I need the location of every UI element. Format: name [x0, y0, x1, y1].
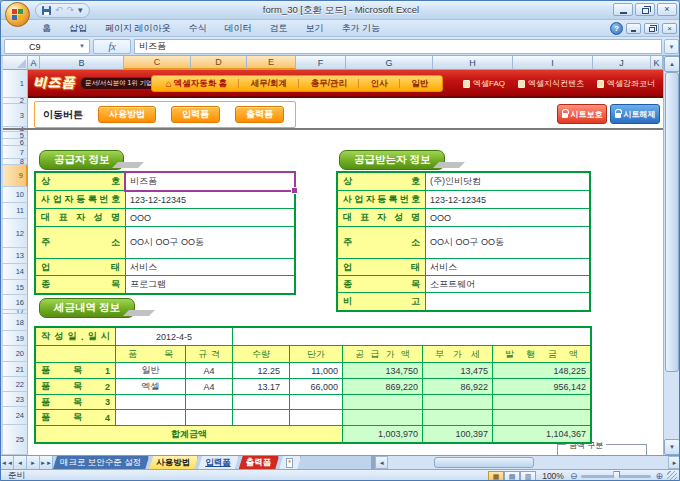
horizontal-scroll-thumb[interactable]: [434, 457, 534, 468]
column-header-J[interactable]: J: [593, 56, 651, 70]
minimize-button[interactable]: [613, 3, 633, 16]
sheet-tab-macro-security[interactable]: 매크로 보안수준 설정: [53, 456, 149, 469]
banner-menu-general[interactable]: 일반: [411, 78, 428, 90]
recipient-regno-label[interactable]: 사업자등록번호: [338, 191, 426, 209]
insert-worksheet-tab[interactable]: *: [279, 456, 301, 469]
row-header-15[interactable]: 15: [3, 280, 28, 295]
column-header-F[interactable]: F: [296, 56, 346, 70]
output-form-button[interactable]: 출력폼: [235, 106, 284, 123]
workbook-restore-button[interactable]: [644, 23, 659, 34]
page-layout-view-button[interactable]: ▤: [504, 471, 520, 481]
banner-menu-tax-accounting[interactable]: 세무/회계: [251, 78, 287, 90]
input-form-button[interactable]: 입력폼: [171, 106, 220, 123]
row-header-1[interactable]: 1: [3, 70, 28, 98]
tax-item1-price[interactable]: 11,000: [290, 363, 343, 379]
supplier-item-value[interactable]: 프로그램: [126, 276, 294, 293]
ribbon-tab-view[interactable]: 보기: [297, 20, 333, 37]
row-header-9[interactable]: 9: [3, 165, 28, 187]
row-header-20[interactable]: 20: [3, 346, 28, 362]
zoom-level-label[interactable]: 100%: [542, 471, 564, 481]
expand-formula-bar-button[interactable]: ▼: [664, 39, 679, 54]
tax-item2-spec[interactable]: A4: [186, 379, 233, 395]
first-sheet-button[interactable]: ◄◄: [1, 456, 14, 469]
row-header-11[interactable]: 11: [3, 203, 28, 219]
ribbon-tab-insert[interactable]: 삽입: [60, 20, 96, 37]
recipient-remark-label[interactable]: 비고: [338, 293, 426, 310]
sheet-protect-button[interactable]: 시트보호: [557, 104, 607, 124]
row-header-24[interactable]: 24: [3, 407, 28, 425]
recipient-address-label[interactable]: 주소: [338, 227, 426, 259]
zoom-slider[interactable]: [581, 475, 651, 478]
tax-total-supply[interactable]: 1,003,970: [343, 426, 423, 442]
ribbon-tab-addins[interactable]: 추가 기능: [333, 20, 390, 37]
ribbon-tab-formulas[interactable]: 수식: [180, 20, 216, 37]
page-break-view-button[interactable]: ▥: [520, 471, 536, 481]
tax-item4-vat[interactable]: [423, 410, 493, 426]
column-header-C[interactable]: C: [124, 56, 191, 70]
tax-item1-supply[interactable]: 134,750: [343, 363, 423, 379]
ribbon-tab-data[interactable]: 데이터: [216, 20, 261, 37]
tax-header-price[interactable]: 단가: [290, 346, 343, 363]
tax-item3-qty[interactable]: [233, 395, 290, 410]
row-header-7[interactable]: 7: [3, 146, 28, 159]
vertical-scrollbar[interactable]: ▲ ▼: [663, 56, 679, 455]
column-header-H[interactable]: H: [433, 56, 513, 70]
tax-header-amount[interactable]: 발행금액: [493, 346, 590, 363]
ribbon-tab-page-layout[interactable]: 페이지 레이아웃: [96, 20, 180, 37]
tax-item3-label[interactable]: 품목3: [36, 395, 116, 410]
column-header-B[interactable]: B: [40, 56, 124, 70]
next-sheet-button[interactable]: ►: [27, 456, 40, 469]
supplier-ceo-value[interactable]: OOO: [126, 209, 294, 227]
tax-total-label[interactable]: 합계금액: [36, 426, 343, 442]
tax-item4-name[interactable]: [116, 410, 186, 426]
row-header-25[interactable]: 25: [3, 425, 28, 455]
scroll-down-icon[interactable]: ▼: [664, 439, 680, 455]
tax-header-supply[interactable]: 공급가액: [343, 346, 423, 363]
banner-link-excel-faq[interactable]: 엑셀FAQ: [463, 78, 505, 89]
last-sheet-button[interactable]: ►►: [40, 456, 53, 469]
tax-item2-name[interactable]: 엑셀: [116, 379, 186, 395]
supplier-regno-value[interactable]: 123-12-12345: [126, 191, 294, 209]
supplier-name-label[interactable]: 상호: [36, 173, 126, 191]
tax-item3-price[interactable]: [290, 395, 343, 410]
tax-item2-label[interactable]: 품목2: [36, 379, 116, 395]
tax-header-spec[interactable]: 규격: [186, 346, 233, 363]
supplier-biztype-label[interactable]: 업태: [36, 259, 126, 276]
recipient-address-value[interactable]: OO시 OO구 OO동: [426, 227, 589, 259]
tax-item1-label[interactable]: 품목1: [36, 363, 116, 379]
banner-menu-general-affairs[interactable]: 총무/관리: [311, 78, 347, 90]
ribbon-tab-home[interactable]: 홈: [33, 20, 60, 37]
sheet-unprotect-button[interactable]: 시트해제: [610, 104, 660, 124]
scroll-up-icon[interactable]: ▲: [664, 56, 680, 72]
recipient-name-label[interactable]: 상호: [338, 173, 426, 191]
row-header-23[interactable]: 23: [3, 392, 28, 407]
tax-total-vat[interactable]: 100,397: [423, 426, 493, 442]
tax-item1-qty[interactable]: 12.25: [233, 363, 290, 379]
tax-item4-qty[interactable]: [233, 410, 290, 426]
column-header-A[interactable]: A: [28, 56, 40, 70]
recipient-biztype-label[interactable]: 업태: [338, 259, 426, 276]
recipient-name-value[interactable]: (주)인비닷컴: [426, 173, 589, 191]
tax-header-vat[interactable]: 부가세: [423, 346, 493, 363]
zoom-out-icon[interactable]: ⊖: [570, 472, 578, 481]
row-header-22[interactable]: 22: [3, 377, 28, 392]
name-box-dropdown-icon[interactable]: ▼: [79, 43, 85, 49]
tax-item2-qty[interactable]: 13.17: [233, 379, 290, 395]
row-header-3[interactable]: 3: [3, 104, 28, 127]
tax-item1-spec[interactable]: A4: [186, 363, 233, 379]
tax-item4-price[interactable]: [290, 410, 343, 426]
banner-link-excel-knowledge[interactable]: 엑셀지식컨텐츠: [518, 78, 584, 89]
horizontal-scrollbar[interactable]: [388, 456, 668, 469]
recipient-biztype-value[interactable]: 서비스: [426, 259, 589, 276]
ribbon-tab-review[interactable]: 검토: [261, 20, 297, 37]
name-box[interactable]: C9: [4, 39, 90, 54]
supplier-address-value[interactable]: OO시 OO구 OO동: [126, 227, 294, 259]
tax-item3-vat[interactable]: [423, 395, 493, 410]
tax-item2-supply[interactable]: 869,220: [343, 379, 423, 395]
tax-header-blank[interactable]: [36, 346, 116, 363]
row-header-10[interactable]: 10: [3, 187, 28, 203]
column-header-K[interactable]: K: [651, 56, 663, 70]
row-header-5[interactable]: 5: [3, 132, 28, 139]
tax-date-value[interactable]: 2012-4-5: [116, 328, 233, 346]
tax-date-label[interactable]: 작성일.일시: [36, 328, 116, 346]
